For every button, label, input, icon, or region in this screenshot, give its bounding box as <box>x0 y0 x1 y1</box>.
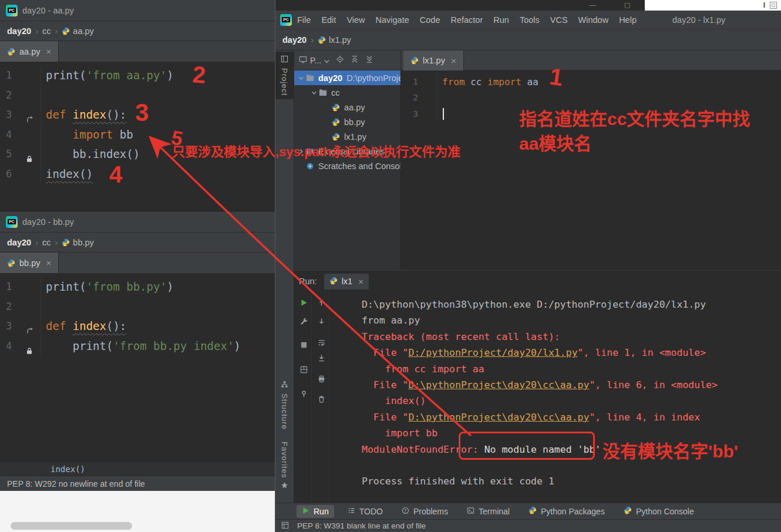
line-number: 1 <box>401 74 437 90</box>
edit-configuration-button[interactable] <box>299 316 308 326</box>
run-console[interactable]: D:\python\python38\python.exe D:/pythonP… <box>330 292 781 503</box>
code-segment: index <box>73 105 106 125</box>
toolwindow-button-problems[interactable]: Problems <box>396 505 453 518</box>
titlebar-aa[interactable]: PC day20 - aa.py <box>0 0 275 21</box>
code-line-2[interactable]: 2 <box>0 86 275 106</box>
code-line-2[interactable]: 2 <box>401 90 781 106</box>
breadcrumb-item-cc[interactable]: cc <box>42 238 51 247</box>
code-editor-bb[interactable]: 1print('from bb.py')23def index():4 prin… <box>0 274 275 462</box>
toolwindow-button-python-packages[interactable]: Python Packages <box>523 504 610 518</box>
menu-run[interactable]: Run <box>488 13 514 27</box>
breadcrumb-item-day20[interactable]: day20 <box>7 238 31 247</box>
close-icon[interactable]: × <box>46 258 51 268</box>
clear-all-button[interactable] <box>317 394 326 403</box>
tree-item-lx1-py[interactable]: lx1.py <box>294 129 400 144</box>
code-line-1[interactable]: 1print('from aa.py') <box>0 66 275 86</box>
folder-icon <box>319 89 330 96</box>
project-view-dropdown[interactable]: P... <box>299 56 329 65</box>
code-line-6[interactable]: 6index() <box>0 164 275 184</box>
folder-icon <box>306 74 317 82</box>
locate-file-button[interactable] <box>336 55 344 65</box>
breadcrumb-item-day20[interactable]: day20 <box>7 26 31 36</box>
scroll-to-end-button[interactable] <box>317 353 326 362</box>
titlebar-bb[interactable]: PC day20 - bb.py <box>0 211 275 233</box>
menu-edit[interactable]: Edit <box>316 13 341 27</box>
code-line-3[interactable]: 3def index(): <box>0 105 275 125</box>
tree-item-external-libraries[interactable]: External Libraries <box>294 144 400 159</box>
menu-tools[interactable]: Tools <box>514 13 545 27</box>
restore-layout-button[interactable] <box>299 365 308 374</box>
code-segment <box>46 125 73 145</box>
code-line-5[interactable]: 5 bb.index() <box>0 144 275 164</box>
tab-bb-py[interactable]: bb.py × <box>0 252 59 273</box>
tree-item-day20[interactable]: day20 D:\pythonProject <box>294 70 400 85</box>
line-number: 5 <box>0 144 41 164</box>
breadcrumb-item-lx1-py[interactable]: lx1.py <box>318 35 351 45</box>
rerun-button[interactable] <box>299 298 308 307</box>
toolwindow-button-python-console[interactable]: Python Console <box>618 504 699 518</box>
code-line-3[interactable]: 3 <box>401 106 781 122</box>
toolwindow-button-run[interactable]: Run <box>297 505 334 518</box>
chevron-down-icon[interactable] <box>297 75 306 81</box>
menu-file[interactable]: File <box>292 13 316 27</box>
ime-icon[interactable] <box>770 2 777 9</box>
stacktrace-link[interactable]: D:\pythonProject\day20\cc\aa.py <box>408 379 589 390</box>
tree-item-cc[interactable]: cc <box>294 85 400 100</box>
tree-item-aa-py[interactable]: aa.py <box>294 100 400 115</box>
sidebar-item-favorites[interactable]: Favorites <box>275 438 294 494</box>
breadcrumb-item-bb-py[interactable]: bb.py <box>62 238 93 247</box>
run-tab-lx1[interactable]: lx1 × <box>324 274 369 289</box>
code-editor-aa[interactable]: 1print('from aa.py')23def index():4 impo… <box>0 62 275 184</box>
close-icon[interactable]: × <box>451 56 456 66</box>
menu-navigate[interactable]: Navigate <box>371 13 415 27</box>
console-line <box>362 457 781 473</box>
pin-tab-button[interactable] <box>299 389 308 398</box>
desktop: PC day20 - aa.py day20›cc›aa.py aa.py × … <box>0 0 781 532</box>
menu-vcs[interactable]: VCS <box>545 13 573 27</box>
expand-all-button[interactable] <box>365 55 373 65</box>
menu-code[interactable]: Code <box>415 13 446 27</box>
print-button[interactable] <box>317 374 326 383</box>
horizontal-scrollbar[interactable] <box>11 522 132 530</box>
tab-aa-py[interactable]: aa.py × <box>0 41 59 62</box>
code-line-1[interactable]: 1from cc import aa <box>401 74 781 90</box>
code-line-4[interactable]: 4 print('from bb.py index') <box>0 336 275 356</box>
context-breadcrumb[interactable]: index() <box>0 462 275 476</box>
menu-refactor[interactable]: Refactor <box>445 13 488 27</box>
stop-button[interactable] <box>299 340 308 349</box>
run-header: Run: lx1 × <box>294 271 781 292</box>
breadcrumb-item-day20[interactable]: day20 <box>282 35 307 45</box>
down-stacktrace-button[interactable] <box>317 316 326 326</box>
code-line-3[interactable]: 3def index(): <box>0 316 275 336</box>
stacktrace-link[interactable]: D:\pythonProject\day20\cc\aa.py <box>408 412 589 423</box>
stacktrace-link[interactable]: D:/pythonProject/day20/lx1.py <box>408 347 577 358</box>
menu-window[interactable]: Window <box>573 13 614 27</box>
code-line-2[interactable]: 2 <box>0 297 275 317</box>
menu-view[interactable]: View <box>341 13 370 27</box>
tree-item-scratches-and-consoles[interactable]: Scratches and Consoles <box>294 159 400 173</box>
menu-help[interactable]: Help <box>614 13 642 27</box>
breadcrumb-item-aa-py[interactable]: aa.py <box>62 26 93 36</box>
sidebar-item-project[interactable]: Project <box>275 52 294 99</box>
minimize-button[interactable]: — <box>590 1 596 8</box>
close-icon[interactable]: × <box>46 46 51 56</box>
maximize-button[interactable]: ▢ <box>624 1 630 9</box>
toolwindow-button-todo[interactable]: TODO <box>342 505 388 518</box>
chevron-down-icon[interactable] <box>309 90 319 96</box>
breadcrumb-item-cc[interactable]: cc <box>42 26 51 36</box>
toolwindow-toggle-icon[interactable] <box>281 521 289 531</box>
tree-item-bb-py[interactable]: bb.py <box>294 115 400 129</box>
python-file-icon <box>7 259 15 267</box>
sidebar-item-structure[interactable]: Structure <box>275 377 294 433</box>
soft-wrap-button[interactable] <box>317 338 326 347</box>
collapse-all-button[interactable] <box>351 55 359 65</box>
toolwindow-button-terminal[interactable]: Terminal <box>462 505 515 518</box>
chevron-right-icon[interactable] <box>297 149 306 154</box>
up-stacktrace-button[interactable] <box>317 298 326 307</box>
close-icon[interactable]: × <box>358 277 363 287</box>
breadcrumb-bb: day20›cc›bb.py <box>0 233 275 252</box>
tab-lx1-py[interactable]: lx1.py × <box>403 50 464 70</box>
code-line-1[interactable]: 1print('from bb.py') <box>0 277 275 297</box>
code-editor-main[interactable]: 1from cc import aa23 <box>401 70 781 270</box>
code-line-4[interactable]: 4 import bb <box>0 125 275 145</box>
